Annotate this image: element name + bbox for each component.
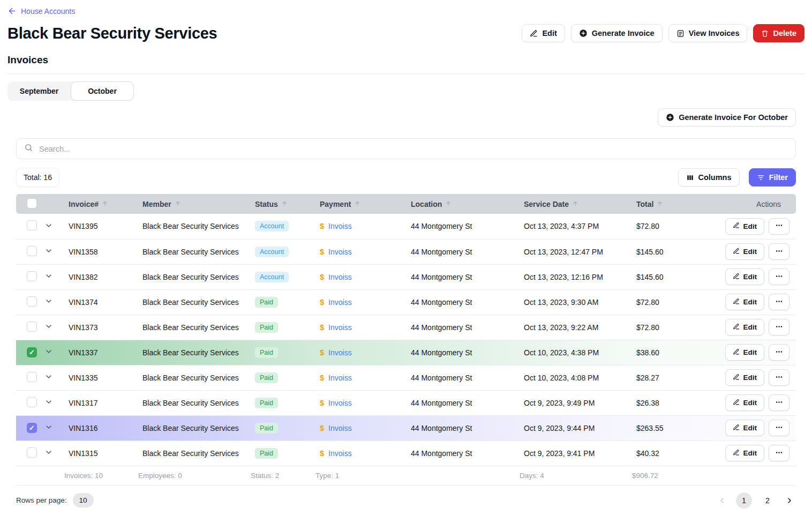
row-more-button[interactable] bbox=[769, 445, 790, 461]
chevron-down-icon[interactable] bbox=[44, 448, 53, 457]
column-header-payment[interactable]: Payment bbox=[315, 194, 407, 214]
row-edit-label: Edit bbox=[743, 374, 757, 382]
invoice-number: VIN1317 bbox=[64, 390, 138, 415]
row-edit-button[interactable]: Edit bbox=[725, 344, 765, 361]
total-amount: $145.60 bbox=[632, 239, 710, 264]
chevron-down-icon[interactable] bbox=[44, 347, 53, 356]
row-more-button[interactable] bbox=[769, 218, 790, 235]
breadcrumb[interactable]: House Accounts bbox=[7, 6, 75, 16]
row-more-button[interactable] bbox=[769, 294, 790, 310]
table-row: VIN1395 Black Bear Security Services Acc… bbox=[16, 214, 796, 239]
invoice-number: VIN1373 bbox=[64, 315, 138, 340]
tab-october[interactable]: October bbox=[71, 81, 134, 101]
row-edit-button[interactable]: Edit bbox=[725, 268, 765, 285]
pencil-icon bbox=[733, 222, 740, 230]
chevron-down-icon[interactable] bbox=[44, 322, 53, 331]
dollar-icon: $ bbox=[320, 399, 324, 407]
page-button-2[interactable]: 2 bbox=[760, 492, 776, 509]
payment-link[interactable]: Invoiss bbox=[328, 424, 352, 432]
column-header-service-date[interactable]: Service Date bbox=[520, 194, 632, 214]
tab-september[interactable]: September bbox=[7, 81, 71, 101]
table-row: VIN1317 Black Bear Security Services Pai… bbox=[16, 390, 796, 415]
service-date: Oct 13, 2023, 9:30 AM bbox=[520, 289, 632, 315]
status-badge: Paid bbox=[255, 322, 278, 333]
month-tabs: September October bbox=[7, 81, 134, 101]
edit-button[interactable]: Edit bbox=[522, 24, 565, 42]
invoice-number: VIN1374 bbox=[64, 289, 138, 315]
row-more-button[interactable] bbox=[769, 268, 790, 285]
payment-link[interactable]: Invoiss bbox=[328, 399, 352, 407]
row-edit-button[interactable]: Edit bbox=[725, 445, 765, 461]
chevron-down-icon[interactable] bbox=[44, 272, 53, 280]
payment-link[interactable]: Invoiss bbox=[328, 222, 352, 230]
row-edit-button[interactable]: Edit bbox=[725, 420, 765, 436]
row-checkbox[interactable] bbox=[27, 447, 37, 458]
pencil-icon bbox=[733, 374, 740, 382]
row-more-button[interactable] bbox=[769, 344, 790, 361]
dollar-icon: $ bbox=[320, 298, 324, 307]
row-more-button[interactable] bbox=[769, 319, 790, 335]
column-header-location[interactable]: Location bbox=[407, 194, 520, 214]
row-edit-button[interactable]: Edit bbox=[725, 218, 765, 235]
chevron-down-icon[interactable] bbox=[44, 423, 53, 431]
page-button-1[interactable]: 1 bbox=[736, 492, 752, 509]
row-checkbox[interactable] bbox=[27, 397, 37, 407]
ellipsis-icon bbox=[775, 247, 783, 257]
table-row: VIN1358 Black Bear Security Services Acc… bbox=[16, 239, 796, 264]
status-badge: Paid bbox=[255, 448, 278, 459]
search-input[interactable] bbox=[39, 145, 788, 153]
dollar-icon: $ bbox=[320, 449, 324, 458]
chevron-down-icon[interactable] bbox=[44, 398, 53, 406]
page-title: Black Bear Security Services bbox=[7, 25, 217, 42]
row-checkbox[interactable] bbox=[27, 347, 37, 357]
row-checkbox[interactable] bbox=[27, 423, 37, 433]
select-all-checkbox[interactable] bbox=[27, 198, 37, 208]
column-header-member[interactable]: Member bbox=[138, 194, 251, 214]
column-header-status[interactable]: Status bbox=[251, 194, 315, 214]
columns-button[interactable]: Columns bbox=[678, 168, 740, 186]
chevron-down-icon[interactable] bbox=[44, 297, 53, 305]
payment-link[interactable]: Invoiss bbox=[328, 374, 352, 382]
invoice-number: VIN1395 bbox=[64, 214, 138, 239]
row-checkbox[interactable] bbox=[27, 322, 37, 332]
filter-button[interactable]: Filter bbox=[749, 168, 796, 186]
row-edit-button[interactable]: Edit bbox=[725, 369, 765, 386]
invoice-document-icon bbox=[676, 29, 685, 38]
row-checkbox[interactable] bbox=[27, 296, 37, 307]
column-header-invoice[interactable]: Invoice# bbox=[64, 194, 138, 214]
chevron-down-icon[interactable] bbox=[44, 221, 53, 230]
generate-invoice-for-month-button[interactable]: Generate Invoice For October bbox=[658, 108, 796, 126]
payment-link[interactable]: Invoiss bbox=[328, 449, 352, 458]
chevron-left-icon[interactable] bbox=[716, 494, 728, 507]
row-more-button[interactable] bbox=[769, 369, 790, 386]
payment-link[interactable]: Invoiss bbox=[328, 248, 352, 256]
status-badge: Paid bbox=[255, 372, 278, 383]
invoice-number: VIN1315 bbox=[64, 441, 138, 466]
payment-link[interactable]: Invoiss bbox=[328, 323, 352, 332]
row-edit-label: Edit bbox=[743, 348, 757, 356]
row-edit-button[interactable]: Edit bbox=[725, 294, 765, 310]
row-checkbox[interactable] bbox=[27, 246, 37, 256]
payment-link[interactable]: Invoiss bbox=[328, 348, 352, 357]
delete-button[interactable]: Delete bbox=[753, 24, 805, 42]
row-edit-button[interactable]: Edit bbox=[725, 243, 765, 260]
row-checkbox[interactable] bbox=[27, 220, 37, 230]
summary-days: Days: 4 bbox=[520, 466, 632, 485]
row-edit-button[interactable]: Edit bbox=[725, 394, 765, 411]
row-checkbox[interactable] bbox=[27, 372, 37, 382]
row-more-button[interactable] bbox=[769, 420, 790, 436]
chevron-down-icon[interactable] bbox=[44, 247, 53, 255]
row-checkbox[interactable] bbox=[27, 271, 37, 281]
chevron-right-icon[interactable] bbox=[783, 494, 796, 507]
row-more-button[interactable] bbox=[769, 394, 790, 411]
chevron-down-icon[interactable] bbox=[44, 372, 53, 381]
table-header-row: Invoice# Member Status Payment Location … bbox=[16, 194, 796, 214]
generate-invoice-button[interactable]: Generate Invoice bbox=[571, 24, 663, 42]
rows-per-page-value[interactable]: 10 bbox=[73, 493, 94, 507]
payment-link[interactable]: Invoiss bbox=[328, 298, 352, 307]
column-header-total[interactable]: Total bbox=[632, 194, 710, 214]
row-more-button[interactable] bbox=[769, 243, 790, 260]
row-edit-button[interactable]: Edit bbox=[725, 319, 765, 335]
view-invoices-button[interactable]: View Invoices bbox=[668, 24, 748, 42]
payment-link[interactable]: Invoiss bbox=[328, 273, 352, 281]
